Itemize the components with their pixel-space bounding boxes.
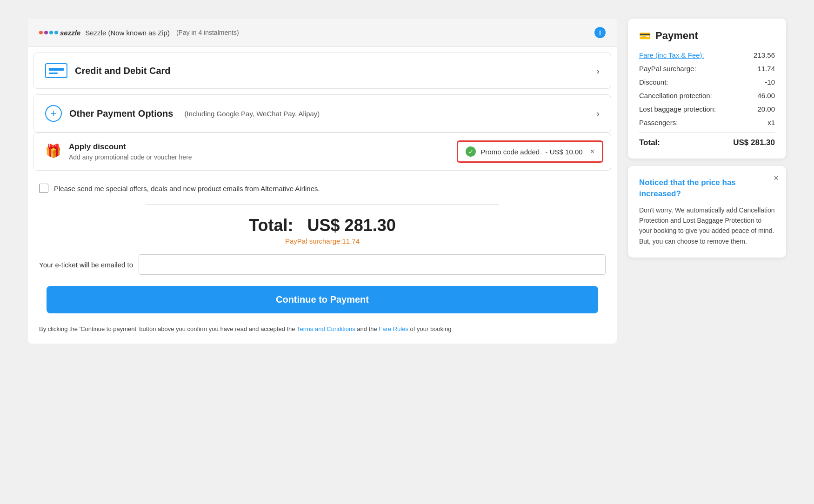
cancellation-label: Cancellation protection: [639,92,712,99]
info-icon[interactable]: i [594,27,606,38]
dot4 [54,31,58,34]
discount-section: 🎁 Apply discount Add any promotional cod… [33,133,611,171]
card-stripe-1 [49,68,64,71]
baggage-row: Lost baggage protection: 20.00 [639,105,775,113]
paypal-label: PayPal surcharge: [639,65,696,73]
fare-rules-link[interactable]: Fare Rules [379,325,408,332]
total-section: Total: US$ 281.30 PayPal surcharge:11.74 [28,208,617,247]
terms-conditions-link[interactable]: Terms and Conditions [297,325,355,332]
discount-text: Apply discount Add any promotional code … [69,142,192,161]
total-amount: Total: US$ 281.30 [39,216,606,235]
promo-text: Promo code added - US$ 10.00 [480,148,582,156]
credit-debit-left: Credit and Debit Card [45,63,171,78]
sezzle-left: sezzle Sezzle (Now known as Zip) (Pay in… [39,29,239,37]
discount-value: -10 [765,78,775,86]
email-label: Your e-ticket will be emailed to [39,261,133,269]
sezzle-logo: sezzle [39,29,80,37]
credit-debit-label: Credit and Debit Card [75,66,171,76]
passengers-label: Passengers: [639,119,678,126]
sezzle-dots-icon [39,31,58,34]
newsletter-checkbox[interactable] [39,184,48,193]
sezzle-brand: sezzle [60,29,80,37]
promo-added-label: Promo code added [480,148,540,156]
baggage-label: Lost baggage protection: [639,105,716,113]
other-payment-sublabel: (Including Google Pay, WeChat Pay, Alipa… [184,110,320,118]
promo-close-button[interactable]: × [590,147,594,156]
other-payment-chevron-icon: › [596,108,600,119]
payment-divider [639,132,775,133]
notice-body: Don't worry. We automatically add Cancel… [639,205,775,247]
discount-description: Add any promotional code or voucher here [69,153,192,161]
divider [146,204,499,205]
paypal-row: PayPal surcharge: 11.74 [639,65,775,73]
discount-label: Discount: [639,78,668,86]
payment-total-row: Total: US$ 281.30 [639,138,775,147]
newsletter-label: Please send me special offers, deals and… [54,185,320,192]
promo-check-icon: ✓ [466,146,476,157]
gift-icon: 🎁 [45,143,61,159]
dot1 [39,31,43,34]
promo-badge: ✓ Promo code added - US$ 10.00 × [457,140,603,163]
sidebar: 💳 Payment Fare (inc Tax & Fee): 213.56 P… [628,19,786,258]
sezzle-name: Sezzle (Now known as Zip) [85,29,170,37]
card-icon [45,63,67,78]
payment-summary-card: 💳 Payment Fare (inc Tax & Fee): 213.56 P… [628,19,786,159]
cancellation-value: 46.00 [757,92,775,99]
sezzle-subtext: (Pay in 4 instalments) [176,29,239,36]
other-payment-left: + Other Payment Options (Including Googl… [45,105,320,122]
total-label: Total: [249,216,293,235]
terms-suffix: of your booking [410,325,452,332]
main-content: sezzle Sezzle (Now known as Zip) (Pay in… [28,19,617,344]
paypal-value: 11.74 [757,65,775,73]
promo-amount: - US$ 10.00 [546,148,583,156]
baggage-value: 20.00 [757,105,775,113]
credit-debit-option[interactable]: Credit and Debit Card › [33,53,611,89]
discount-title: Apply discount [69,142,192,152]
payment-card-title: Payment [655,30,698,42]
email-input[interactable] [139,254,606,275]
notice-card: × Noticed that the price has increased? … [628,166,786,258]
discount-row: Discount: -10 [639,78,775,86]
terms-middle: and the [357,325,379,332]
fare-value: 213.56 [754,51,775,59]
payment-card-header: 💳 Payment [639,30,775,42]
page-wrapper: sezzle Sezzle (Now known as Zip) (Pay in… [9,9,805,495]
total-value: US$ 281.30 [307,216,396,235]
newsletter-row: Please send me special offers, deals and… [28,176,617,200]
paypal-surcharge: PayPal surcharge:11.74 [39,237,606,245]
fare-row: Fare (inc Tax & Fee): 213.56 [639,51,775,59]
sezzle-row: sezzle Sezzle (Now known as Zip) (Pay in… [28,19,617,47]
payment-card-icon: 💳 [639,30,651,41]
terms-text: By clicking the 'Continue to payment' bu… [28,321,617,344]
plus-icon: + [45,105,62,122]
summary-total-label: Total: [639,138,660,147]
dot2 [44,31,48,34]
other-payment-option[interactable]: + Other Payment Options (Including Googl… [33,94,611,133]
notice-close-button[interactable]: × [774,173,779,183]
continue-payment-button[interactable]: Continue to Payment [47,286,598,313]
fare-label[interactable]: Fare (inc Tax & Fee): [639,51,704,59]
terms-prefix: By clicking the 'Continue to payment' bu… [39,325,297,332]
passengers-row: Passengers: x1 [639,119,775,126]
card-stripe-2 [49,73,58,74]
notice-title: Noticed that the price has increased? [639,177,775,199]
other-payment-label: Other Payment Options [69,108,173,119]
credit-debit-chevron-icon: › [596,66,600,76]
dot3 [49,31,53,34]
cancellation-row: Cancellation protection: 46.00 [639,92,775,99]
summary-total-value: US$ 281.30 [733,138,775,147]
email-row: Your e-ticket will be emailed to [28,247,617,282]
passengers-value: x1 [767,119,775,126]
